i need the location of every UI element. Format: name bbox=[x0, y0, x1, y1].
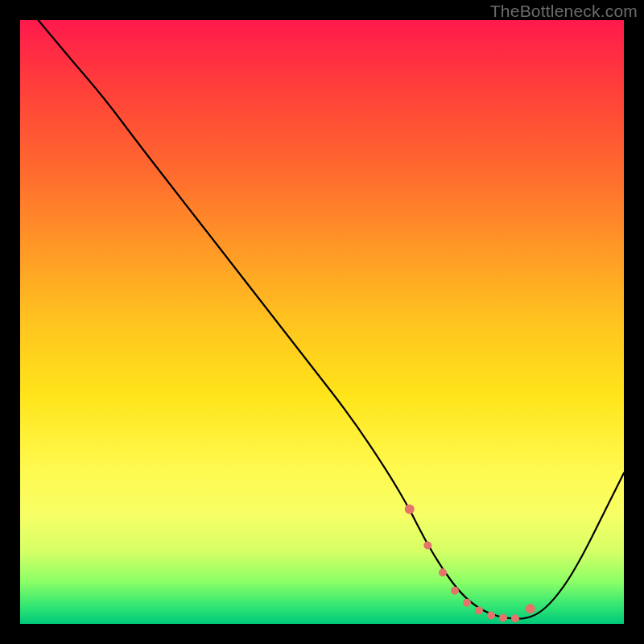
highlight-dot bbox=[499, 614, 507, 622]
highlight-dot bbox=[423, 542, 431, 550]
highlight-dot bbox=[487, 612, 495, 620]
highlight-dot bbox=[475, 607, 483, 615]
bottleneck-curve bbox=[39, 20, 625, 619]
highlight-dot bbox=[451, 587, 459, 595]
plot-area bbox=[20, 20, 624, 624]
highlight-dots-group bbox=[405, 505, 535, 623]
highlight-dot bbox=[526, 604, 535, 613]
chart-svg bbox=[20, 20, 624, 624]
highlight-dot bbox=[511, 614, 519, 622]
chart-frame: TheBottleneck.com bbox=[0, 0, 644, 644]
highlight-dot bbox=[439, 568, 447, 576]
highlight-dot bbox=[405, 505, 415, 514]
highlight-dot bbox=[463, 599, 471, 607]
watermark-text: TheBottleneck.com bbox=[490, 2, 638, 21]
